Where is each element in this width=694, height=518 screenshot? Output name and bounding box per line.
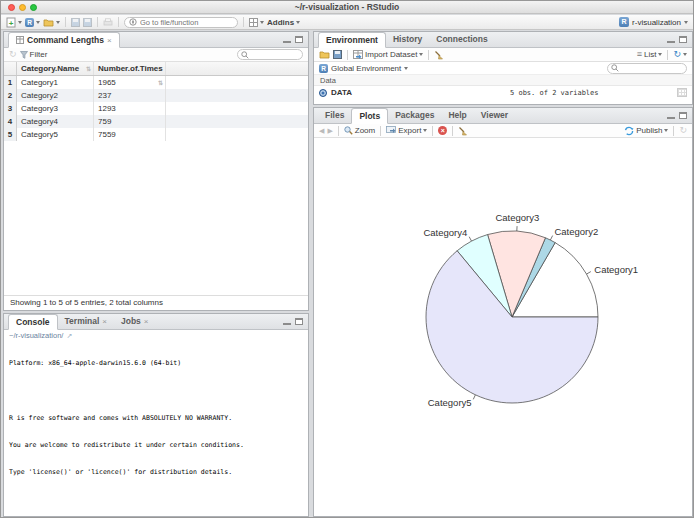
table-row[interactable]: 3 Category3 1293 [4, 102, 308, 115]
refresh-icon[interactable]: ↻ [679, 126, 687, 135]
tab-console[interactable]: Console [8, 314, 58, 330]
environment-search-box[interactable] [607, 63, 687, 74]
tab-jobs[interactable]: Jobs× [114, 314, 156, 329]
refresh-icon[interactable]: ↻ [9, 50, 17, 59]
save-all-button[interactable] [83, 18, 92, 27]
pie-label-tick [473, 395, 475, 400]
publish-label: Publish [636, 126, 662, 135]
minimize-panel-icon[interactable] [283, 318, 291, 325]
pie-label: Category1 [594, 264, 638, 275]
tab-files[interactable]: Files [318, 108, 351, 123]
close-icon[interactable]: × [102, 314, 107, 329]
scope-selector[interactable]: Global Environment [331, 64, 401, 73]
close-window-button[interactable] [8, 4, 15, 11]
table-row[interactable]: 2 Category2 237 [4, 89, 308, 102]
chevron-down-icon [56, 21, 60, 24]
toolbar-separator [65, 17, 66, 27]
list-label: List [644, 50, 656, 59]
clear-objects-button[interactable] [434, 50, 444, 60]
toolbar-separator [118, 17, 119, 27]
table-row[interactable]: 4 Category4 759 [4, 115, 308, 128]
main-toolbar: + R Addins [1, 15, 693, 30]
console-line [9, 496, 308, 505]
tab-plots[interactable]: Plots [351, 108, 388, 124]
save-button[interactable] [71, 18, 80, 27]
data-viewer-tabbar: Command Lengths × [4, 32, 308, 48]
tab-help[interactable]: Help [441, 108, 473, 123]
table-row[interactable]: 5 Category5 7559 [4, 128, 308, 141]
tab-viewer[interactable]: Viewer [474, 108, 515, 123]
open-directory-icon[interactable]: ↗ [66, 330, 72, 341]
tab-environment[interactable]: Environment [318, 32, 386, 48]
pie-label: Category3 [495, 212, 539, 223]
goto-file-box[interactable] [124, 17, 238, 28]
tab-connections[interactable]: Connections [429, 32, 494, 47]
list-view-button[interactable]: ≡ List [637, 50, 663, 59]
open-file-button[interactable] [43, 18, 60, 27]
maximize-panel-icon[interactable] [295, 318, 303, 325]
console-output[interactable]: Platform: x86_64-apple-darwin15.6.0 (64-… [4, 341, 308, 518]
import-dataset-button[interactable]: Import Dataset [353, 50, 423, 59]
column-header-category-name[interactable]: Category.Name⇅ [17, 62, 94, 75]
zoom-plot-button[interactable]: Zoom [344, 126, 375, 135]
refresh-environment-button[interactable]: ↻ [673, 50, 687, 59]
export-label: Export [398, 126, 421, 135]
minimize-panel-icon[interactable] [283, 36, 291, 43]
export-plot-button[interactable]: Export [386, 126, 427, 135]
new-file-button[interactable]: + [6, 17, 22, 28]
table-row[interactable]: 1 Category1 1965 [4, 76, 308, 89]
minimize-panel-icon[interactable] [667, 112, 675, 119]
cell-number-of-times: 759 [94, 115, 166, 128]
chevron-down-icon [423, 129, 427, 132]
view-data-icon[interactable] [677, 88, 687, 97]
toolbar-separator [667, 50, 668, 60]
tab-packages[interactable]: Packages [388, 108, 441, 123]
maximize-panel-icon[interactable] [679, 112, 687, 119]
zoom-window-button[interactable] [30, 4, 37, 11]
search-icon [241, 51, 249, 59]
next-plot-icon[interactable]: ▶ [327, 127, 332, 135]
minimize-window-button[interactable] [19, 4, 26, 11]
panel-window-controls [667, 36, 687, 43]
filter-button[interactable]: Filter [20, 50, 48, 59]
save-workspace-button[interactable] [333, 50, 342, 59]
pie-label: Category2 [554, 226, 598, 237]
panel-layout-button[interactable] [249, 18, 264, 27]
previous-plot-icon[interactable]: ◀ [319, 127, 324, 135]
addins-button[interactable]: Addins [267, 18, 300, 27]
chevron-down-icon [658, 53, 662, 56]
tab-command-lengths[interactable]: Command Lengths × [8, 32, 120, 48]
sort-icon[interactable]: ⇅ [86, 62, 91, 76]
open-folder-icon [43, 18, 54, 27]
load-workspace-button[interactable] [319, 50, 330, 59]
row-number-header[interactable] [4, 62, 17, 75]
close-icon[interactable]: × [107, 33, 112, 48]
clear-all-plots-button[interactable] [458, 126, 468, 136]
pie-label: Category4 [423, 227, 467, 238]
plots-tabbar: Files Plots Packages Help Viewer [314, 108, 692, 124]
new-project-icon: R [25, 18, 34, 27]
print-button[interactable] [103, 18, 113, 27]
table-search-box[interactable] [237, 49, 303, 60]
tab-history[interactable]: History [386, 32, 429, 47]
minimize-panel-icon[interactable] [667, 36, 675, 43]
maximize-panel-icon[interactable] [295, 36, 303, 43]
environment-object-row[interactable]: DATA 5 obs. of 2 variables [314, 86, 692, 99]
plots-panel: Files Plots Packages Help Viewer ◀ ▶ Zoo… [313, 107, 693, 517]
project-menu-button[interactable]: R r-visualization [619, 17, 688, 27]
list-icon: ≡ [637, 50, 642, 59]
maximize-panel-icon[interactable] [679, 36, 687, 43]
new-project-button[interactable]: R [25, 18, 40, 27]
broom-icon [434, 50, 444, 60]
goto-file-input[interactable] [140, 18, 230, 27]
remove-plot-icon[interactable]: × [438, 126, 447, 135]
publish-button[interactable]: Publish [624, 126, 668, 136]
panel-window-controls [667, 112, 687, 119]
toolbar-separator [432, 126, 433, 136]
chevron-down-icon [683, 53, 687, 56]
search-icon [611, 64, 619, 72]
r-environment-icon: R [319, 64, 328, 73]
tab-terminal[interactable]: Terminal× [58, 314, 114, 329]
close-icon[interactable]: × [144, 314, 149, 329]
column-header-number-of-times[interactable]: Number.of.Times⇅ [94, 62, 166, 75]
